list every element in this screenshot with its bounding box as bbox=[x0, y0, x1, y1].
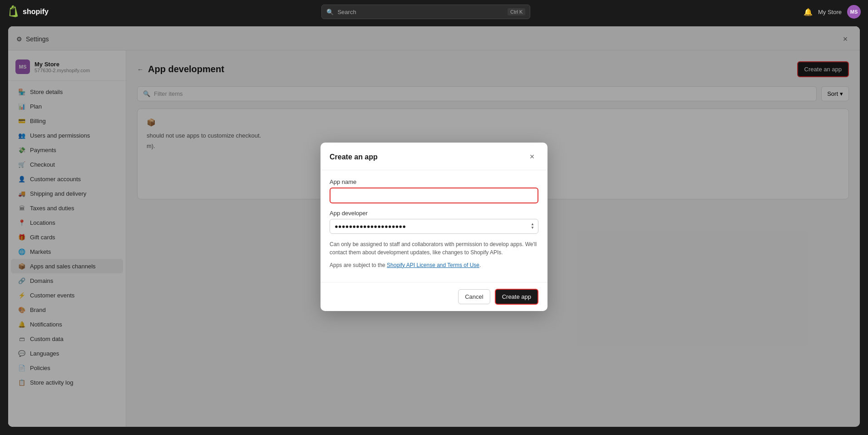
app-developer-field: App developer ●●●●●●●●●●●●●●●●●●●● ▲ ▼ bbox=[330, 210, 538, 234]
shopify-logo[interactable]: shopify bbox=[7, 5, 49, 18]
search-icon: 🔍 bbox=[326, 9, 334, 15]
app-name-input[interactable] bbox=[330, 188, 538, 203]
topbar-avatar[interactable]: MS bbox=[847, 5, 861, 19]
modal-footer: Cancel Create app bbox=[321, 282, 547, 311]
app-developer-select[interactable]: ●●●●●●●●●●●●●●●●●●●● bbox=[330, 219, 538, 233]
store-name-text: My Store bbox=[818, 9, 842, 15]
topbar-search[interactable]: 🔍 Search Ctrl K bbox=[321, 5, 530, 19]
cancel-button[interactable]: Cancel bbox=[458, 289, 490, 304]
terms-text: Apps are subject to the Shopify API Lice… bbox=[330, 261, 538, 269]
helper-text: Can only be assigned to staff and collab… bbox=[330, 240, 538, 257]
modal-body: App name App developer ●●●●●●●●●●●●●●●●●… bbox=[321, 170, 547, 282]
modal-header: Create an app × bbox=[321, 143, 547, 170]
terms-after: . bbox=[479, 262, 481, 268]
create-app-modal: Create an app × App name App developer ●… bbox=[321, 143, 547, 311]
search-placeholder: Search bbox=[337, 9, 356, 15]
app-developer-select-container: ●●●●●●●●●●●●●●●●●●●● ▲ ▼ bbox=[330, 219, 538, 234]
terms-link[interactable]: Shopify API License and Terms of Use bbox=[387, 262, 479, 268]
notification-icon[interactable]: 🔔 bbox=[804, 8, 813, 16]
topbar-right: 🔔 My Store MS bbox=[804, 5, 861, 19]
app-developer-label: App developer bbox=[330, 210, 538, 217]
modal-overlay: Create an app × App name App developer ●… bbox=[8, 26, 860, 427]
modal-close-button[interactable]: × bbox=[526, 151, 538, 163]
shopify-text: shopify bbox=[23, 8, 49, 16]
modal-title: Create an app bbox=[330, 153, 378, 161]
create-app-confirm-button[interactable]: Create app bbox=[495, 289, 538, 305]
app-name-field: App name bbox=[330, 178, 538, 203]
terms-before: Apps are subject to the bbox=[330, 262, 387, 268]
topbar-left: shopify bbox=[7, 5, 49, 18]
search-shortcut: Ctrl K bbox=[508, 8, 526, 15]
topbar: shopify 🔍 Search Ctrl K 🔔 My Store MS bbox=[0, 0, 868, 24]
settings-window: ⚙ Settings × MS My Store 577630-2.myshop… bbox=[8, 26, 860, 427]
app-name-label: App name bbox=[330, 178, 538, 185]
